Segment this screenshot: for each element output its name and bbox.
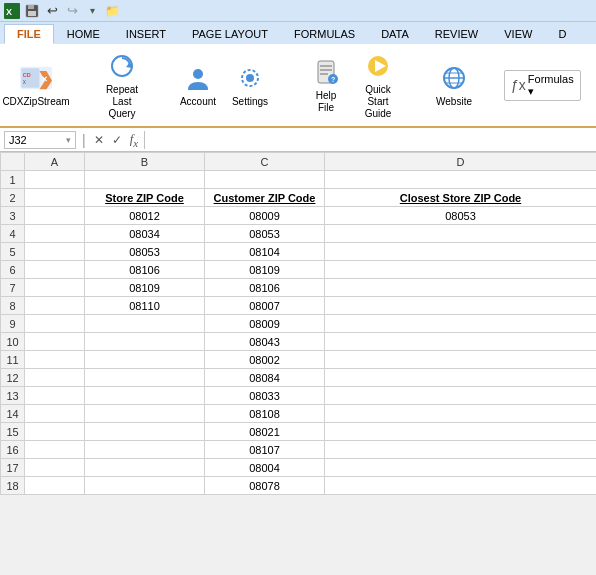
cell[interactable]	[25, 207, 85, 225]
cell[interactable]	[85, 459, 205, 477]
cell[interactable]: 08033	[205, 387, 325, 405]
table-row[interactable]: 908009	[1, 315, 597, 333]
cell[interactable]	[25, 405, 85, 423]
cell[interactable]: 08106	[205, 279, 325, 297]
tab-file[interactable]: FILE	[4, 24, 54, 44]
table-row[interactable]: 1308033	[1, 387, 597, 405]
table-row[interactable]: 3080120800908053	[1, 207, 597, 225]
table-row[interactable]: 50805308104	[1, 243, 597, 261]
cell[interactable]	[25, 423, 85, 441]
cell[interactable]	[25, 459, 85, 477]
cdxzipstream-button[interactable]: CD X ✕ CDXZipStream	[8, 60, 64, 110]
cell[interactable]	[325, 279, 597, 297]
redo-icon[interactable]: ↪	[64, 3, 80, 19]
tab-home[interactable]: HOME	[54, 24, 113, 44]
undo-icon[interactable]: ↩	[44, 3, 60, 19]
tab-insert[interactable]: INSERT	[113, 24, 179, 44]
tab-pagelayout[interactable]: PAGE LAYOUT	[179, 24, 281, 44]
table-row[interactable]: 1508021	[1, 423, 597, 441]
cell[interactable]: 08034	[85, 225, 205, 243]
table-row[interactable]: 60810608109	[1, 261, 597, 279]
tab-data[interactable]: DATA	[368, 24, 422, 44]
cell[interactable]	[25, 333, 85, 351]
cell[interactable]	[85, 477, 205, 495]
cell[interactable]	[325, 225, 597, 243]
table-row[interactable]: 1708004	[1, 459, 597, 477]
cell[interactable]	[325, 333, 597, 351]
cell[interactable]	[325, 441, 597, 459]
cell[interactable]	[25, 441, 85, 459]
cell[interactable]: 08104	[205, 243, 325, 261]
cell[interactable]	[325, 405, 597, 423]
table-row[interactable]: 80811008007	[1, 297, 597, 315]
cell[interactable]	[325, 243, 597, 261]
cell[interactable]	[25, 279, 85, 297]
cell[interactable]	[85, 387, 205, 405]
cell[interactable]: 08021	[205, 423, 325, 441]
cell[interactable]: 08110	[85, 297, 205, 315]
cell[interactable]: 08009	[205, 315, 325, 333]
cell[interactable]	[325, 459, 597, 477]
cell[interactable]	[25, 225, 85, 243]
cell[interactable]: 08078	[205, 477, 325, 495]
save-icon[interactable]	[24, 3, 40, 19]
cell[interactable]	[25, 369, 85, 387]
quickstart-button[interactable]: Quick Start Guide	[360, 48, 396, 122]
cell[interactable]: 08053	[85, 243, 205, 261]
formulas-dropdown[interactable]: ƒx Formulas ▾	[504, 70, 581, 101]
formula-input[interactable]	[144, 131, 592, 149]
cell[interactable]	[85, 423, 205, 441]
cell[interactable]: Closest Store ZIP Code	[325, 189, 597, 207]
cell[interactable]: 08002	[205, 351, 325, 369]
cell[interactable]: 08012	[85, 207, 205, 225]
settings-button[interactable]: Settings	[232, 60, 268, 110]
cell[interactable]	[325, 477, 597, 495]
cell[interactable]	[25, 477, 85, 495]
website-button[interactable]: Website	[436, 60, 472, 110]
cell[interactable]: 08106	[85, 261, 205, 279]
table-row[interactable]: 2Store ZIP CodeCustomer ZIP CodeClosest …	[1, 189, 597, 207]
table-row[interactable]: 1608107	[1, 441, 597, 459]
help-button[interactable]: ? Help File	[308, 54, 344, 116]
cell[interactable]: 08004	[205, 459, 325, 477]
cell[interactable]	[85, 351, 205, 369]
cell[interactable]	[325, 387, 597, 405]
cell[interactable]: Customer ZIP Code	[205, 189, 325, 207]
customize-icon[interactable]: ▾	[84, 3, 100, 19]
cell[interactable]: 08108	[205, 405, 325, 423]
cell[interactable]	[205, 171, 325, 189]
cell[interactable]	[85, 171, 205, 189]
col-header-d[interactable]: D	[325, 153, 597, 171]
cell[interactable]	[25, 171, 85, 189]
table-row[interactable]: 40803408053	[1, 225, 597, 243]
tab-view[interactable]: VIEW	[491, 24, 545, 44]
table-row[interactable]: 70810908106	[1, 279, 597, 297]
cell[interactable]: Store ZIP Code	[85, 189, 205, 207]
cell[interactable]	[25, 297, 85, 315]
cell[interactable]: 08084	[205, 369, 325, 387]
cell[interactable]: 08053	[205, 225, 325, 243]
cell[interactable]: 08053	[325, 207, 597, 225]
cell[interactable]	[325, 297, 597, 315]
cell[interactable]	[325, 261, 597, 279]
cell[interactable]	[325, 369, 597, 387]
cell[interactable]: 08109	[85, 279, 205, 297]
cell[interactable]: 08043	[205, 333, 325, 351]
cell[interactable]: 08007	[205, 297, 325, 315]
cell[interactable]	[85, 315, 205, 333]
repeat-button[interactable]: Repeat Last Query	[104, 48, 140, 122]
tab-d[interactable]: D	[545, 24, 579, 44]
cell[interactable]	[85, 333, 205, 351]
tab-formulas[interactable]: FORMULAS	[281, 24, 368, 44]
cell[interactable]	[85, 441, 205, 459]
account-button[interactable]: Account	[180, 60, 216, 110]
name-box[interactable]: J32 ▾	[4, 131, 76, 149]
cell[interactable]	[325, 315, 597, 333]
cell[interactable]: 08107	[205, 441, 325, 459]
cell[interactable]: 08009	[205, 207, 325, 225]
cell[interactable]: 08109	[205, 261, 325, 279]
cell[interactable]	[25, 351, 85, 369]
table-row[interactable]: 1	[1, 171, 597, 189]
cell[interactable]	[85, 405, 205, 423]
cell[interactable]	[325, 423, 597, 441]
